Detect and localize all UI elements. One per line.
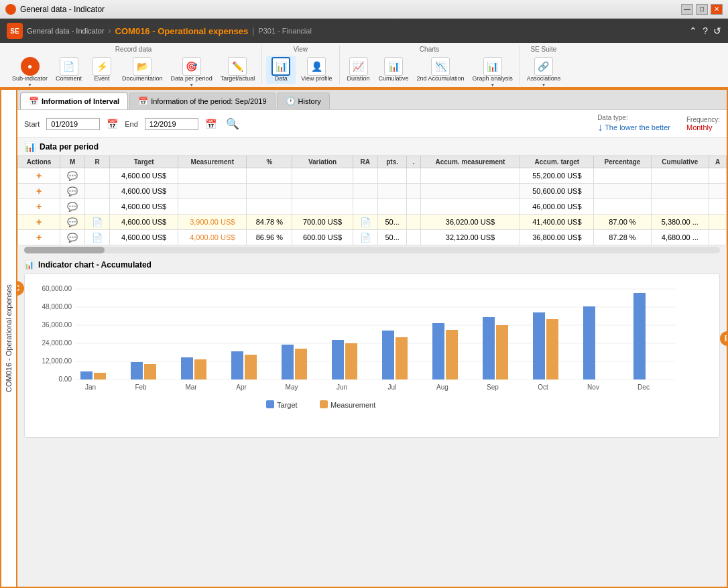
table-scrollbar[interactable]: [24, 247, 720, 253]
table-cell[interactable]: 💬: [60, 184, 85, 199]
table-cell: [651, 184, 709, 199]
tab-icon-history: 🕐: [286, 97, 296, 106]
svg-text:Aug: Aug: [436, 384, 448, 391]
table-cell: [292, 184, 353, 199]
documentation-button[interactable]: 📂 Documentation: [119, 56, 166, 84]
duration-button[interactable]: 📈 Duration: [344, 56, 373, 84]
data-per-period-button[interactable]: 🎯 Data per period ▼: [168, 56, 215, 89]
sub-indicator-button[interactable]: ● Sub-indicator ▼: [9, 56, 50, 89]
window-controls[interactable]: — □ ✕: [681, 4, 723, 15]
table-cell[interactable]: [85, 184, 110, 199]
search-icon[interactable]: 🔍: [226, 117, 239, 130]
target-actual-button[interactable]: ✏️ Target/actual: [218, 56, 258, 84]
table-cell: 55,200.00 US$: [520, 168, 594, 184]
collapse-button[interactable]: ⌃: [689, 25, 697, 36]
svg-text:Jul: Jul: [388, 384, 397, 391]
chart-icon: 📊: [24, 260, 34, 270]
view-profile-button[interactable]: 👤 View profile: [298, 56, 335, 84]
documentation-label: Documentation: [122, 76, 163, 82]
table-cell[interactable]: 💬: [60, 230, 85, 245]
col-ra: RA: [353, 156, 377, 168]
duration-label: Duration: [347, 76, 370, 82]
tab-information-of-interval[interactable]: 📅 Information of Interval: [20, 93, 128, 109]
table-row: +💬4,600.00 US$50,600.00 US$: [18, 184, 727, 199]
sub-indicator-label: Sub-indicator: [12, 76, 48, 82]
app-icon: [5, 4, 16, 15]
table-cell: 50...: [377, 230, 407, 245]
start-input[interactable]: [46, 118, 100, 130]
svg-rect-44: [633, 293, 646, 379]
col-measurement: Measurement: [178, 156, 247, 168]
toolbar-group-record-data: Record data ● Sub-indicator ▼ 📄 Comment …: [5, 46, 262, 84]
title-bar-left: General data - Indicator: [5, 4, 105, 15]
associations-button[interactable]: 🔗 Associations ▼: [524, 56, 564, 89]
table-cell[interactable]: 📄: [85, 215, 110, 230]
table-cell: [178, 199, 247, 215]
table-cell[interactable]: [353, 184, 377, 199]
table-cell[interactable]: +: [18, 215, 60, 230]
breadcrumb-right[interactable]: ⌃ ? ↺: [689, 25, 721, 36]
table-cell: 36,020.00 US$: [420, 215, 520, 230]
table-cell[interactable]: 💬: [60, 168, 85, 184]
refresh-button[interactable]: ↺: [713, 25, 721, 36]
table-cell[interactable]: 📄: [353, 215, 377, 230]
data-table-wrapper[interactable]: Actions M R Target Measurement % Variati…: [17, 156, 727, 245]
col-pts: pts.: [377, 156, 407, 168]
chart-section: 📊 Indicator chart - Accumulated 60,000.0…: [17, 255, 727, 443]
2nd-accumulation-button[interactable]: 📉 2nd Accumulation: [414, 56, 467, 84]
table-cell: [594, 184, 651, 199]
table-cell[interactable]: [85, 168, 110, 184]
table-cell: 4,000.00 US$: [178, 230, 247, 245]
end-input[interactable]: [145, 118, 198, 130]
tab-information-of-period[interactable]: 📅 Information of the period: Sep/2019: [129, 93, 275, 109]
se-suite-label: SE Suite: [530, 46, 556, 53]
table-cell[interactable]: +: [18, 230, 60, 245]
graph-analysis-icon: 📊: [483, 57, 502, 76]
svg-rect-12: [80, 371, 93, 379]
table-cell[interactable]: +: [18, 184, 60, 199]
table-cell: [709, 184, 727, 199]
table-cell[interactable]: 📄: [353, 230, 377, 245]
data-table: Actions M R Target Measurement % Variati…: [17, 156, 727, 245]
svg-text:Feb: Feb: [135, 384, 147, 391]
svg-text:Nov: Nov: [587, 384, 599, 391]
svg-text:May: May: [286, 384, 298, 391]
table-cell[interactable]: +: [18, 168, 60, 184]
table-cell[interactable]: [85, 199, 110, 215]
table-cell[interactable]: 💬: [60, 199, 85, 215]
close-button[interactable]: ✕: [711, 4, 723, 15]
svg-text:12,000.00: 12,000.00: [42, 357, 72, 365]
svg-text:24,000.00: 24,000.00: [42, 339, 72, 347]
cumulative-button[interactable]: 📊 Cumulative: [376, 56, 412, 84]
tab-history[interactable]: 🕐 History: [277, 93, 330, 109]
scrollbar-thumb[interactable]: [24, 247, 105, 253]
table-cell[interactable]: +: [18, 199, 60, 215]
svg-rect-16: [144, 364, 156, 379]
help-button[interactable]: ?: [703, 25, 708, 36]
svg-rect-46: [266, 400, 274, 408]
associations-label: Associations: [527, 76, 561, 82]
graph-analysis-button[interactable]: 📊 Graph analysis ▼: [470, 56, 515, 89]
svg-rect-31: [396, 337, 408, 379]
data-button[interactable]: 📊 Data: [266, 56, 296, 84]
table-cell[interactable]: [353, 199, 377, 215]
maximize-button[interactable]: □: [696, 4, 708, 15]
table-cell[interactable]: 💬: [60, 215, 85, 230]
table-row: +💬4,600.00 US$46,000.00 US$: [18, 199, 727, 215]
comment-button[interactable]: 📄 Comment: [53, 56, 84, 84]
svg-rect-42: [583, 306, 595, 379]
view-profile-label: View profile: [301, 76, 332, 82]
table-cell: [377, 168, 407, 184]
toolbar: A Record data ● Sub-indicator ▼ 📄 Commen…: [0, 43, 728, 89]
minimize-button[interactable]: —: [681, 4, 693, 15]
indicator-code[interactable]: COM016 - Operational expenses: [115, 26, 249, 36]
end-calendar-icon[interactable]: 📅: [205, 119, 217, 129]
data-type-container: Data type: ↓ The lower the better: [597, 114, 670, 133]
view-label: View: [294, 46, 308, 53]
event-button[interactable]: ⚡ Event: [87, 56, 117, 84]
table-cell[interactable]: [353, 168, 377, 184]
svg-text:36,000.00: 36,000.00: [42, 321, 72, 329]
start-calendar-icon[interactable]: 📅: [107, 119, 118, 129]
table-cell: 3,900.00 US$: [178, 215, 247, 230]
table-cell[interactable]: 📄: [85, 230, 110, 245]
